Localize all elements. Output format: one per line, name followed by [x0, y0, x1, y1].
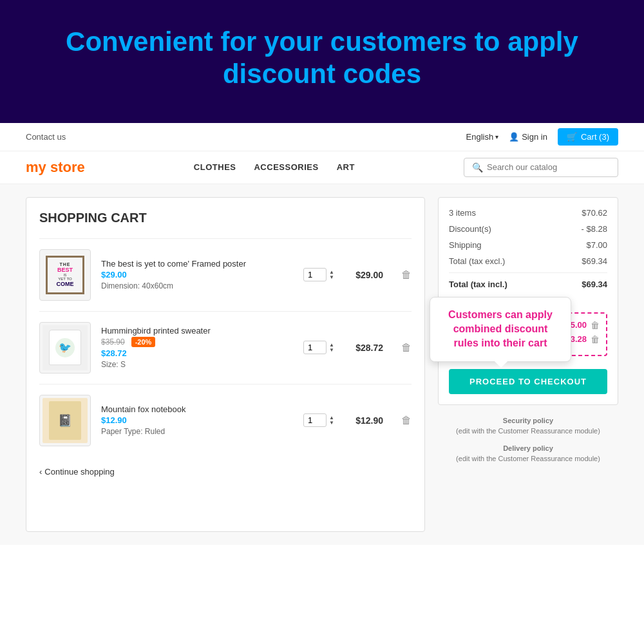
item-image-3: 📓: [39, 395, 91, 446]
summary-card: 3 items $70.62 Discount(s) - $8.28 Shipp…: [438, 197, 618, 405]
continue-shopping-link[interactable]: ‹ Continue shopping: [39, 467, 412, 477]
summary-total-excl-value: $69.34: [582, 256, 607, 266]
summary-discounts-value: - $8.28: [582, 224, 607, 234]
delete-item-1[interactable]: 🗑: [401, 269, 412, 281]
sign-in-button[interactable]: 👤 Sign in: [509, 132, 547, 142]
language-selector[interactable]: English: [466, 132, 499, 142]
checkout-button[interactable]: PROCEED TO CHECKOUT: [449, 369, 607, 394]
delete-item-3[interactable]: 🗑: [401, 415, 412, 426]
main-content: SHOPPING CART THE BEST IS YET TO COME Th…: [0, 184, 644, 545]
summary-items-row: 3 items $70.62: [449, 208, 607, 218]
cart-item-3: 📓 Mountain fox notebook $12.90 Paper Typ…: [39, 384, 412, 457]
order-summary: 3 items $70.62 Discount(s) - $8.28 Shipp…: [438, 197, 618, 532]
poster-frame: THE BEST IS YET TO COME: [46, 256, 84, 294]
nav-bar: my store CLOTHES ACCESSORIES ART 🔍: [0, 151, 644, 184]
item-details-1: The best is yet to come' Framed poster $…: [101, 259, 293, 290]
user-icon: 👤: [509, 132, 519, 142]
item-total-2: $28.72: [345, 343, 383, 353]
item-name-2: Hummingbird printed sweater: [101, 326, 293, 336]
summary-items-label: 3 items: [449, 208, 476, 218]
summary-total-excl-row: Total (tax excl.) $69.34: [449, 256, 607, 266]
summary-shipping-label: Shipping: [449, 240, 482, 250]
logo-store: store: [50, 159, 85, 175]
back-arrow-icon: ‹: [39, 467, 42, 477]
qty-down-2[interactable]: ▼: [329, 348, 334, 353]
item-price-2: $28.72: [101, 348, 293, 358]
nav-links: CLOTHES ACCESSORIES ART: [194, 162, 355, 172]
reassurance: Security policy (edit with the Customer …: [438, 415, 618, 464]
summary-shipping-row: Shipping $7.00: [449, 240, 607, 250]
summary-total-excl-label: Total (tax excl.): [449, 256, 505, 266]
item-paper-3: Paper Type: Ruled: [101, 427, 293, 436]
item-details-3: Mountain fox notebook $12.90 Paper Type:…: [101, 404, 293, 436]
qty-input-2[interactable]: [303, 341, 327, 354]
search-box: 🔍: [464, 158, 618, 177]
delivery-policy: Delivery policy (edit with the Customer …: [438, 443, 618, 464]
item-total-3: $12.90: [345, 415, 383, 426]
qty-wrapper-1: ▲ ▼: [303, 268, 334, 281]
cart-item-1: THE BEST IS YET TO COME The best is yet …: [39, 238, 412, 311]
delete-item-2[interactable]: 🗑: [401, 342, 412, 354]
summary-total-incl-row: Total (tax incl.) $69.34: [449, 272, 607, 289]
hero-title: Convenient for your customers to apply d…: [39, 26, 605, 91]
nav-accessories[interactable]: ACCESSORIES: [254, 162, 318, 172]
site-logo[interactable]: my store: [26, 159, 85, 176]
top-bar-right: English 👤 Sign in 🛒 Cart (3): [466, 128, 618, 146]
security-policy: Security policy (edit with the Customer …: [438, 415, 618, 437]
cart-title: SHOPPING CART: [39, 211, 412, 225]
summary-total-incl-label: Total (tax incl.): [449, 279, 507, 289]
item-dimension-1: Dimension: 40x60cm: [101, 281, 293, 290]
nav-art[interactable]: ART: [337, 162, 355, 172]
qty-input-3[interactable]: [303, 413, 327, 427]
search-icon: 🔍: [472, 162, 483, 173]
delete-discount-1[interactable]: 🗑: [591, 320, 600, 330]
summary-discounts-label: Discount(s): [449, 224, 491, 234]
tooltip-text: Customers can apply combined discount ru…: [443, 308, 558, 351]
qty-down-1[interactable]: ▼: [329, 275, 334, 280]
nav-clothes[interactable]: CLOTHES: [194, 162, 236, 172]
cart-icon: 🛒: [567, 132, 577, 142]
checkout-area: Customers can apply combined discount ru…: [449, 364, 607, 394]
summary-discounts-row: Discount(s) - $8.28: [449, 224, 607, 234]
item-details-2: Hummingbird printed sweater $35.90 -20% …: [101, 326, 293, 369]
qty-arrows-1: ▲ ▼: [329, 270, 334, 280]
cart-section: SHOPPING CART THE BEST IS YET TO COME Th…: [26, 197, 425, 532]
item-name-1: The best is yet to come' Framed poster: [101, 259, 293, 269]
discount-badge-2: -20%: [131, 337, 156, 347]
qty-wrapper-2: ▲ ▼: [303, 341, 334, 354]
item-original-price-2: $35.90: [101, 337, 125, 346]
qty-arrows-2: ▲ ▼: [329, 343, 334, 353]
logo-my: my: [26, 159, 50, 175]
cart-button[interactable]: 🛒 Cart (3): [558, 128, 618, 146]
qty-input-1[interactable]: [303, 268, 327, 281]
item-size-2: Size: S: [101, 360, 293, 369]
item-price-3: $12.90: [101, 415, 293, 425]
cart-item-2: 🐦 Hummingbird printed sweater $35.90 -20…: [39, 311, 412, 384]
top-bar: Contact us English 👤 Sign in 🛒 Cart (3): [0, 123, 644, 151]
hero-banner: Convenient for your customers to apply d…: [0, 0, 644, 123]
item-total-1: $29.00: [345, 270, 383, 280]
item-image-2: 🐦: [39, 322, 91, 374]
search-input[interactable]: [487, 162, 610, 172]
item-name-3: Mountain fox notebook: [101, 404, 293, 414]
summary-shipping-value: $7.00: [586, 240, 607, 250]
contact-link[interactable]: Contact us: [26, 132, 66, 142]
item-price-1: $29.00: [101, 270, 293, 279]
qty-arrows-3: ▲ ▼: [329, 415, 334, 426]
tooltip-bubble: Customers can apply combined discount ru…: [430, 297, 571, 362]
qty-down-3[interactable]: ▼: [329, 421, 334, 426]
item-image-1: THE BEST IS YET TO COME: [39, 249, 91, 301]
summary-items-value: $70.62: [582, 208, 607, 218]
qty-wrapper-3: ▲ ▼: [303, 413, 334, 427]
summary-total-incl-value: $69.34: [582, 279, 607, 289]
delete-discount-2[interactable]: 🗑: [591, 334, 600, 345]
